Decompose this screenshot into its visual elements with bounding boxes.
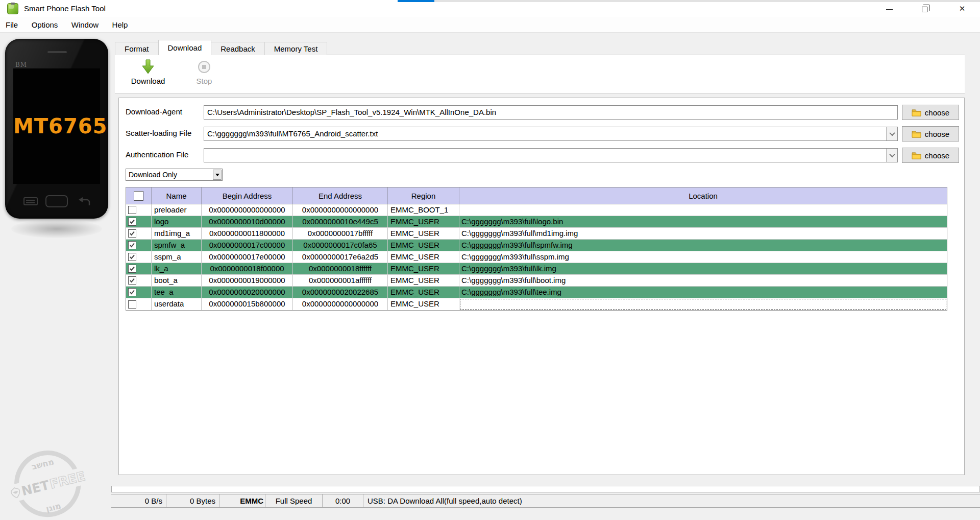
menu-window[interactable]: Window: [66, 17, 104, 32]
row-checkbox[interactable]: [128, 265, 136, 273]
cell-begin-address: 0x0000000000000000: [202, 204, 293, 216]
cell-location[interactable]: C:\ggggggg\m393\full\boot.img: [459, 275, 947, 286]
stop-button-label: Stop: [182, 77, 226, 85]
mode-dropdown-button[interactable]: [213, 170, 222, 180]
select-all-checkbox[interactable]: [134, 191, 143, 201]
table-row[interactable]: sspm_a0x0000000017e000000x0000000017e6a2…: [126, 251, 947, 263]
app-window: Smart Phone Flash Tool ✕ File Options Wi…: [0, 0, 980, 520]
row-checkbox[interactable]: [128, 218, 136, 226]
cell-begin-address: 0x0000000010d00000: [202, 216, 293, 227]
cell-begin-address: 0x0000000017c00000: [202, 240, 293, 251]
auth-file-choose-button[interactable]: choose: [902, 148, 959, 163]
row-checkbox[interactable]: [128, 229, 136, 238]
close-button[interactable]: ✕: [950, 0, 974, 17]
header-select-all[interactable]: [126, 187, 152, 204]
scatter-file-value: C:\ggggggg\m393\full\MT6765_Android_scat…: [207, 129, 378, 138]
minimize-button[interactable]: [877, 0, 901, 17]
auth-file-label: Authentication File: [126, 148, 188, 162]
row-checkbox[interactable]: [128, 276, 136, 285]
cell-region: EMMC_BOOT_1: [388, 204, 459, 216]
dropdown-arrow-icon: [215, 174, 219, 176]
cell-name: preloader: [152, 204, 202, 216]
menu-options[interactable]: Options: [26, 17, 64, 32]
cell-location[interactable]: [459, 204, 947, 216]
row-checkbox[interactable]: [128, 253, 136, 261]
phone-brand-label: BM: [15, 61, 27, 68]
tab-bar: Format Download Readback Memory Test: [115, 40, 327, 55]
cell-end-address: 0x0000000000000000: [293, 204, 388, 216]
tab-memory-test[interactable]: Memory Test: [264, 42, 328, 55]
cell-checkbox: [126, 240, 152, 251]
choose-button-label: choose: [925, 151, 949, 160]
download-mode-select[interactable]: Download Only: [126, 169, 223, 181]
auth-file-input[interactable]: [204, 148, 898, 162]
scatter-dropdown-button[interactable]: [886, 127, 897, 140]
download-agent-input[interactable]: C:\Users\Administrator\Desktop\SP_Flash_…: [204, 105, 898, 120]
cell-location[interactable]: C:\ggggggg\m393\full\logo.bin: [459, 216, 947, 227]
download-agent-choose-button[interactable]: choose: [902, 105, 959, 120]
cell-location[interactable]: C:\ggggggg\m393\full\tee.img: [459, 287, 947, 298]
menu-file[interactable]: File: [0, 17, 23, 32]
folder-icon: [912, 130, 921, 138]
menu-key-icon: [23, 197, 38, 205]
cell-location[interactable]: C:\ggggggg\m393\full\sspm.img: [459, 251, 947, 263]
table-row[interactable]: tee_a0x00000000200000000x000000002002268…: [126, 287, 947, 298]
scatter-file-choose-button[interactable]: choose: [902, 126, 959, 141]
table-row[interactable]: lk_a0x0000000018f000000x0000000018ffffff…: [126, 263, 947, 275]
table-row[interactable]: boot_a0x00000000190000000x000000001affff…: [126, 275, 947, 287]
cell-end-address: 0x0000000010e449c5: [293, 216, 388, 227]
header-region[interactable]: Region: [388, 187, 459, 204]
row-checkbox[interactable]: [128, 288, 136, 296]
app-icon: [7, 3, 18, 14]
tab-format[interactable]: Format: [115, 42, 159, 55]
cell-checkbox: [126, 251, 152, 263]
header-end-address[interactable]: End Address: [293, 187, 388, 204]
header-begin-address[interactable]: Begin Address: [202, 187, 293, 204]
scatter-file-input[interactable]: C:\ggggggg\m393\full\MT6765_Android_scat…: [204, 127, 898, 141]
cell-end-address: 0x000000001affffff: [293, 275, 388, 286]
header-name[interactable]: Name: [152, 187, 202, 204]
video-progress-played-bar: [398, 0, 434, 2]
table-row[interactable]: spmfw_a0x0000000017c000000x0000000017c0f…: [126, 240, 947, 251]
table-row[interactable]: preloader0x00000000000000000x00000000000…: [126, 204, 947, 216]
phone-body: BM MT6765: [5, 39, 108, 219]
table-row[interactable]: userdata0x000000015b8000000x000000000000…: [126, 298, 947, 310]
auth-dropdown-button[interactable]: [886, 149, 897, 162]
cell-location[interactable]: C:\ggggggg\m393\full\lk.img: [459, 263, 947, 274]
cell-begin-address: 0x0000000019000000: [202, 275, 293, 286]
back-key-icon: [78, 196, 91, 206]
menu-help[interactable]: Help: [107, 17, 134, 32]
cell-location[interactable]: C:\ggggggg\m393\full\spmfw.img: [459, 240, 947, 251]
scatter-file-label: Scatter-loading File: [126, 126, 191, 140]
cell-checkbox: [126, 204, 152, 216]
table-row[interactable]: logo0x0000000010d000000x0000000010e449c5…: [126, 216, 947, 228]
cell-location[interactable]: [459, 298, 947, 310]
cell-checkbox: [126, 298, 152, 310]
header-location[interactable]: Location: [459, 187, 947, 204]
status-elapsed-time: 0:00: [323, 494, 363, 507]
cell-location[interactable]: C:\ggggggg\m393\full\md1img.img: [459, 228, 947, 239]
download-button-label: Download: [126, 77, 170, 85]
cell-end-address: 0x0000000017c0fa65: [293, 240, 388, 251]
cell-checkbox: [126, 275, 152, 286]
tab-download[interactable]: Download: [158, 40, 212, 55]
window-title: Smart Phone Flash Tool: [24, 0, 106, 17]
row-checkbox[interactable]: [128, 206, 136, 214]
table-row[interactable]: md1img_a0x00000000118000000x0000000017bf…: [126, 228, 947, 240]
cell-end-address: 0x0000000020022685: [293, 287, 388, 298]
row-checkbox[interactable]: [128, 241, 136, 249]
phone-speaker: [47, 51, 67, 53]
cell-begin-address: 0x0000000018f00000: [202, 263, 293, 274]
cell-end-address: 0x0000000018ffffff: [293, 263, 388, 274]
cell-checkbox: [126, 216, 152, 227]
download-button[interactable]: Download: [126, 58, 170, 91]
tab-readback[interactable]: Readback: [211, 42, 265, 55]
row-checkbox[interactable]: [128, 300, 136, 309]
cell-checkbox: [126, 228, 152, 239]
cell-name: tee_a: [152, 287, 202, 298]
restore-button[interactable]: [913, 0, 936, 17]
stop-button[interactable]: Stop: [182, 58, 226, 91]
toolbar: Download Stop: [115, 55, 965, 93]
phone-illustration: BM MT6765: [5, 39, 108, 243]
cell-begin-address: 0x0000000017e00000: [202, 251, 293, 263]
